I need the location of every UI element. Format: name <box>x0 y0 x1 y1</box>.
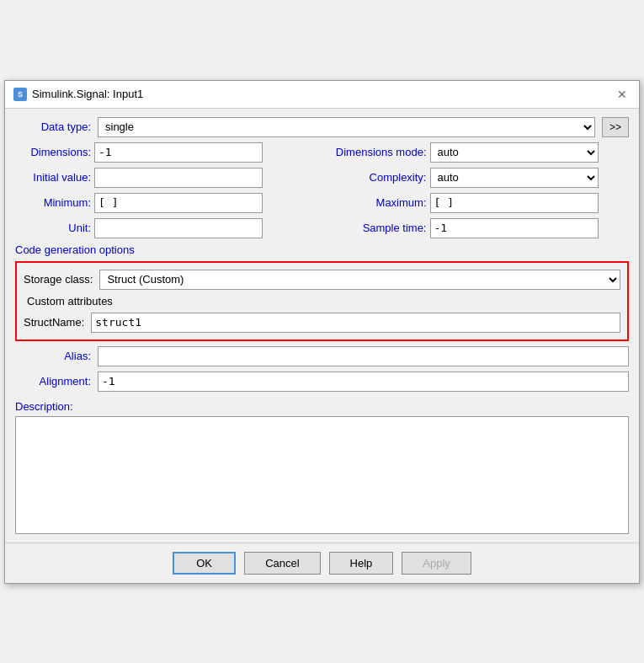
alignment-row: Alignment: <box>15 372 629 392</box>
dimensions-mode-select[interactable]: auto <box>430 142 599 163</box>
code-gen-title: Code generation options <box>15 243 629 256</box>
custom-attrs-section: Custom attributes <box>24 295 620 307</box>
complexity-label: Complexity: <box>326 171 427 184</box>
title-bar-left: S Simulink.Signal: Input1 <box>13 88 143 101</box>
ok-button[interactable]: OK <box>173 552 236 575</box>
dimensions-label: Dimensions: <box>15 146 91 158</box>
maximum-input[interactable] <box>430 193 599 213</box>
arrow-button[interactable]: >> <box>602 117 629 137</box>
complexity-select[interactable]: auto <box>430 168 599 188</box>
dialog-content: Data type: single >> Dimensions: Dimensi… <box>5 109 639 543</box>
unit-left: Unit: <box>15 218 319 238</box>
sample-right: Sample time: <box>326 218 630 238</box>
dialog: S Simulink.Signal: Input1 ✕ Data type: s… <box>4 80 640 584</box>
sample-time-input[interactable] <box>430 218 599 238</box>
cancel-button[interactable]: Cancel <box>244 552 320 575</box>
unit-sample-row: Unit: Sample time: <box>15 218 629 238</box>
data-type-select[interactable]: single <box>98 117 595 137</box>
storage-class-row: Storage class: Struct (Custom) <box>24 270 620 290</box>
minimum-left: Minimum: <box>15 193 319 213</box>
dimensions-left: Dimensions: <box>15 142 319 163</box>
unit-label: Unit: <box>15 222 91 234</box>
data-type-label: Data type: <box>15 120 91 133</box>
description-label: Description: <box>15 400 629 413</box>
unit-input[interactable] <box>94 218 263 238</box>
struct-name-input[interactable] <box>91 313 620 333</box>
simulink-icon: S <box>13 88 27 101</box>
dialog-title: Simulink.Signal: Input1 <box>32 88 143 100</box>
apply-button[interactable]: Apply <box>402 552 471 575</box>
initial-value-input[interactable] <box>94 168 263 188</box>
maximum-label: Maximum: <box>326 196 427 209</box>
minimum-label: Minimum: <box>15 196 91 209</box>
description-textarea[interactable] <box>15 416 629 534</box>
alias-input[interactable] <box>98 346 629 366</box>
data-type-row: Data type: single >> <box>15 117 629 137</box>
alignment-label: Alignment: <box>15 375 91 388</box>
close-button[interactable]: ✕ <box>614 86 631 103</box>
dimensions-input[interactable] <box>94 142 263 163</box>
initial-value-row: Initial value: Complexity: auto <box>15 168 629 188</box>
storage-class-label: Storage class: <box>24 273 93 286</box>
dimensions-mode-label: Dimensions mode: <box>326 146 427 158</box>
custom-attrs-label: Custom attributes <box>27 295 113 307</box>
minimum-input[interactable] <box>94 193 263 213</box>
sample-time-label: Sample time: <box>326 222 427 234</box>
storage-class-select[interactable]: Struct (Custom) <box>99 270 620 290</box>
help-button[interactable]: Help <box>329 552 394 575</box>
alignment-input[interactable] <box>98 372 629 392</box>
code-gen-box: Storage class: Struct (Custom) Custom at… <box>15 261 629 341</box>
dimensions-row: Dimensions: Dimensions mode: auto <box>15 142 629 163</box>
title-bar: S Simulink.Signal: Input1 ✕ <box>5 81 639 109</box>
initial-value-right: Complexity: auto <box>326 168 630 188</box>
min-max-row: Minimum: Maximum: <box>15 193 629 213</box>
alias-label: Alias: <box>15 350 91 362</box>
initial-value-left: Initial value: <box>15 168 319 188</box>
button-row: OK Cancel Help Apply <box>5 543 639 583</box>
struct-name-label: StructName: <box>24 316 84 329</box>
description-section: Description: <box>15 397 629 534</box>
maximum-right: Maximum: <box>326 193 630 213</box>
struct-name-row: StructName: <box>24 313 620 333</box>
alias-row: Alias: <box>15 346 629 366</box>
initial-value-label: Initial value: <box>15 171 91 184</box>
dimensions-right: Dimensions mode: auto <box>326 142 630 163</box>
